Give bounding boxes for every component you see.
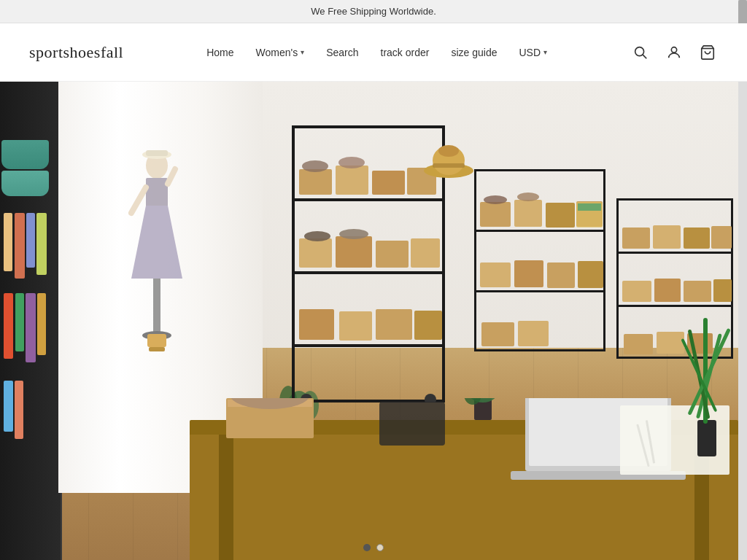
cart-icon [700, 44, 716, 61]
svg-rect-76 [711, 226, 732, 249]
svg-rect-105 [697, 420, 716, 456]
svg-rect-53 [480, 202, 511, 227]
carousel-dot-2[interactable] [376, 544, 384, 551]
svg-rect-10 [153, 279, 160, 337]
svg-rect-55 [546, 203, 575, 228]
search-icon-button[interactable] [630, 42, 651, 63]
nav-track-order[interactable]: track order [381, 47, 430, 58]
svg-rect-22 [292, 271, 445, 274]
svg-point-45 [438, 145, 459, 157]
svg-rect-71 [616, 305, 733, 307]
svg-rect-95 [379, 402, 445, 446]
clothes-rack [0, 140, 55, 446]
announcement-bar: We Free Shipping Worldwide. [0, 0, 747, 23]
cart-icon-button[interactable] [697, 42, 718, 63]
svg-rect-78 [654, 279, 681, 302]
nav-womens[interactable]: Women's ▾ [256, 47, 305, 58]
svg-rect-46 [433, 163, 465, 168]
currency-selector[interactable]: USD ▾ [519, 47, 547, 58]
svg-rect-39 [299, 309, 334, 340]
svg-point-38 [339, 229, 368, 239]
nav-home[interactable]: Home [206, 47, 233, 58]
womens-dropdown-icon: ▾ [301, 48, 304, 56]
svg-rect-75 [684, 228, 710, 249]
svg-rect-73 [622, 228, 650, 249]
svg-rect-21 [292, 198, 445, 201]
currency-dropdown-icon: ▾ [543, 48, 547, 56]
svg-rect-23 [292, 344, 445, 347]
svg-rect-28 [336, 166, 368, 195]
hero-section [0, 82, 747, 560]
svg-rect-54 [514, 200, 542, 227]
announcement-text: We Free Shipping Worldwide. [311, 6, 436, 17]
svg-rect-69 [616, 198, 733, 201]
search-icon [632, 44, 649, 61]
svg-rect-34 [336, 236, 372, 268]
svg-rect-18 [292, 125, 295, 402]
svg-point-57 [484, 195, 507, 204]
scrollbar[interactable] [738, 0, 747, 560]
svg-rect-80 [713, 279, 732, 302]
svg-rect-77 [622, 281, 651, 302]
svg-point-0 [635, 47, 644, 55]
svg-rect-74 [653, 225, 681, 249]
svg-rect-86 [219, 435, 233, 560]
svg-rect-20 [292, 125, 445, 128]
svg-rect-48 [603, 169, 605, 351]
svg-rect-6 [146, 150, 168, 156]
svg-rect-59 [480, 262, 511, 287]
svg-rect-66 [578, 203, 601, 211]
svg-rect-36 [411, 238, 440, 268]
svg-rect-29 [372, 171, 405, 195]
svg-point-2 [671, 47, 676, 52]
svg-rect-64 [518, 321, 549, 346]
svg-rect-70 [616, 252, 733, 254]
plant-right [681, 311, 732, 456]
svg-rect-50 [474, 230, 605, 232]
svg-point-32 [338, 157, 365, 168]
svg-rect-67 [616, 198, 619, 359]
svg-rect-81 [624, 334, 653, 354]
header: sportshoesfall Home Women's ▾ Search tra… [0, 23, 747, 82]
right-shelf-unit-1 [474, 169, 605, 351]
nav-search[interactable]: Search [326, 47, 358, 58]
svg-rect-79 [684, 281, 711, 302]
svg-line-9 [168, 169, 175, 184]
svg-rect-109 [687, 328, 730, 416]
svg-rect-51 [474, 290, 605, 292]
svg-rect-52 [474, 349, 605, 351]
svg-line-1 [643, 55, 646, 58]
svg-rect-110 [681, 338, 717, 412]
svg-rect-33 [299, 238, 332, 268]
svg-rect-42 [414, 311, 442, 340]
svg-rect-47 [474, 169, 476, 351]
svg-rect-49 [474, 169, 605, 171]
hero-image [0, 82, 747, 560]
carousel-dot-1[interactable] [363, 544, 371, 551]
center-shelf-unit [292, 125, 445, 402]
svg-line-8 [131, 187, 146, 213]
svg-rect-63 [481, 322, 514, 346]
account-icon [666, 44, 682, 61]
svg-rect-40 [339, 311, 372, 341]
svg-point-31 [302, 160, 328, 172]
svg-rect-60 [514, 260, 543, 287]
main-nav: Home Women's ▾ Search track order size g… [206, 47, 547, 58]
account-icon-button[interactable] [664, 42, 684, 63]
hat-display [423, 140, 474, 176]
mannequin [128, 147, 186, 351]
svg-point-58 [517, 192, 539, 201]
svg-rect-61 [547, 262, 575, 288]
nav-size-guide[interactable]: size guide [451, 47, 497, 58]
svg-rect-82 [657, 332, 684, 354]
svg-rect-62 [578, 261, 603, 288]
svg-rect-12 [147, 334, 166, 347]
svg-rect-13 [149, 347, 165, 351]
display-desk [190, 398, 738, 560]
svg-point-37 [304, 231, 330, 241]
svg-rect-27 [299, 169, 332, 195]
logo[interactable]: sportshoesfall [29, 43, 123, 62]
header-icons [630, 42, 718, 63]
svg-rect-41 [376, 309, 412, 340]
carousel-dots [363, 544, 384, 551]
